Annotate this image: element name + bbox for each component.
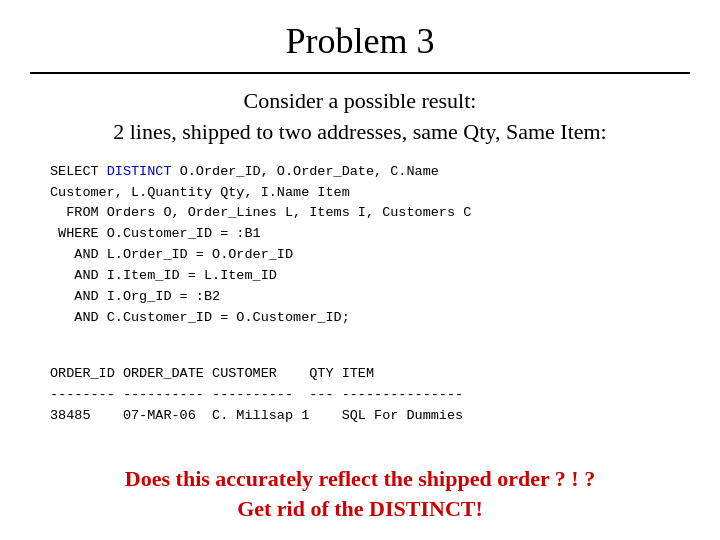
results-divider: -------- ---------- ---------- --- -----… [50, 387, 463, 402]
sql-where: WHERE O.Customer_ID = :B1 [50, 226, 261, 241]
consider-line2: 2 lines, shipped to two addresses, same … [113, 119, 607, 144]
sql-and2: AND I.Item_ID = L.Item_ID [50, 268, 277, 283]
sql-and1: AND L.Order_ID = O.Order_ID [50, 247, 293, 262]
footer-line1: Does this accurately reflect the shipped… [125, 466, 595, 491]
sql-line2: Customer, L.Quantity Qty, I.Name Item [50, 185, 350, 200]
sql-and4: AND C.Customer_ID = O.Customer_ID; [50, 310, 350, 325]
footer-line2: Get rid of the DISTINCT! [237, 496, 483, 521]
sql-select-keyword: SELECT DISTINCT O.Order_ID, O.Order_Date… [50, 164, 439, 179]
page: Problem 3 Consider a possible result: 2 … [0, 0, 720, 540]
results-row: 38485 07-MAR-06 C. Millsap 1 SQL For Dum… [50, 408, 463, 423]
sql-from: FROM Orders O, Order_Lines L, Items I, C… [50, 205, 471, 220]
consider-line1: Consider a possible result: [244, 88, 477, 113]
divider [30, 72, 690, 74]
sql-block: SELECT DISTINCT O.Order_ID, O.Order_Date… [30, 162, 690, 329]
results-block: ORDER_ID ORDER_DATE CUSTOMER QTY ITEM --… [30, 343, 690, 448]
page-title: Problem 3 [286, 20, 435, 62]
results-header: ORDER_ID ORDER_DATE CUSTOMER QTY ITEM [50, 366, 374, 381]
consider-text: Consider a possible result: 2 lines, shi… [113, 86, 607, 148]
footer-text: Does this accurately reflect the shipped… [125, 464, 595, 526]
sql-and3: AND I.Org_ID = :B2 [50, 289, 220, 304]
